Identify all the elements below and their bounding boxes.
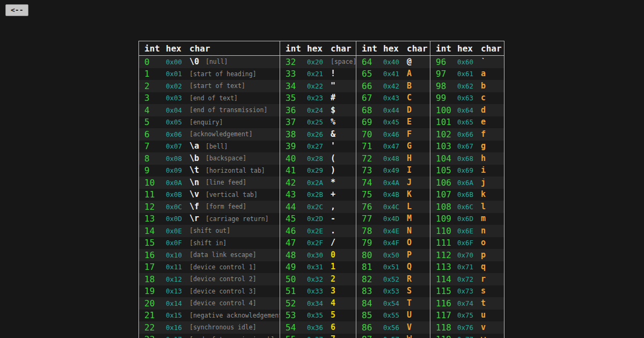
- table-row: 220x16[synchronous idle]: [139, 321, 280, 334]
- hex-value: 0x33: [307, 287, 331, 295]
- char-value: \a: [189, 142, 206, 150]
- hex-value: 0x26: [307, 130, 331, 138]
- hex-value: 0x56: [383, 324, 407, 332]
- char-value: A: [407, 70, 412, 78]
- int-value: 116: [436, 298, 457, 308]
- hex-value: 0x41: [383, 70, 407, 78]
- int-value: 102: [436, 129, 457, 139]
- back-button[interactable]: <--: [5, 4, 28, 16]
- table-row: 480x300: [280, 249, 356, 261]
- hex-value: 0x67: [457, 142, 481, 150]
- hex-value: 0x63: [457, 94, 481, 102]
- char-value: H: [407, 155, 412, 163]
- int-value: 100: [436, 105, 457, 115]
- char-value: I: [407, 166, 412, 174]
- char-cell: *: [331, 179, 356, 187]
- int-value: 77: [362, 214, 383, 224]
- int-value: 41: [286, 165, 307, 175]
- char-cell: I: [407, 166, 430, 174]
- int-value: 82: [362, 274, 383, 284]
- int-value: 111: [436, 238, 457, 248]
- hex-value: 0x23: [307, 94, 331, 102]
- char-value: d: [481, 106, 486, 114]
- int-value: 54: [286, 322, 307, 333]
- char-cell: a: [481, 70, 504, 78]
- char-cell: i: [481, 166, 504, 174]
- char-cell: e: [481, 118, 504, 126]
- char-cell: !: [331, 70, 356, 78]
- int-value: 33: [286, 69, 307, 79]
- int-value: 35: [286, 93, 307, 103]
- int-value: 84: [362, 298, 383, 308]
- char-value: v: [481, 324, 486, 332]
- hex-value: 0x0E: [166, 227, 189, 235]
- hex-value: 0x42: [383, 82, 407, 90]
- table-row: 230x17[end of transmission block]: [139, 334, 280, 338]
- table-row: 210x15[negative acknowledgement]: [139, 310, 280, 322]
- hex-value: 0x31: [307, 263, 331, 271]
- int-value: 1: [144, 69, 166, 79]
- table-row: 1000x64d: [430, 104, 504, 116]
- table-row: 870x57W: [356, 334, 430, 338]
- int-value: 87: [362, 334, 383, 338]
- char-desc: [data link escape]: [189, 251, 257, 259]
- int-value: 68: [362, 105, 383, 115]
- ascii-table-group: inthexchar640x40@650x41A660x42B670x43C68…: [356, 41, 430, 338]
- table-row: 00x00\0[null]: [139, 56, 280, 68]
- char-value: g: [481, 142, 486, 150]
- table-row: 150x0F[shift in]: [139, 237, 280, 249]
- char-cell: ": [331, 82, 356, 90]
- char-cell: [negative acknowledgement]: [189, 312, 280, 319]
- hex-value: 0x4E: [383, 227, 407, 235]
- char-desc: [carriage return]: [206, 215, 269, 223]
- hex-value: 0x73: [457, 287, 481, 295]
- char-cell: [acknowledgement]: [189, 130, 280, 138]
- hex-value: 0x24: [307, 106, 331, 114]
- table-row: 960x60`: [430, 56, 504, 68]
- char-desc: [horizontal tab]: [206, 167, 265, 174]
- hex-value: 0x71: [457, 263, 481, 271]
- int-value: 43: [286, 189, 307, 200]
- char-value: r: [481, 275, 486, 283]
- char-cell: c: [481, 94, 504, 102]
- int-value: 11: [144, 189, 166, 200]
- char-cell: @: [407, 58, 430, 66]
- table-row: 430x2B+: [280, 189, 356, 201]
- table-row: 170x11[device control 1]: [139, 261, 280, 274]
- table-row: 1190x77w: [430, 334, 504, 338]
- char-cell: [enquiry]: [189, 119, 280, 126]
- hex-value: 0x70: [457, 251, 481, 259]
- hex-value: 0x2F: [307, 239, 331, 247]
- char-value: @: [407, 58, 412, 66]
- int-value: 37: [286, 117, 307, 127]
- hex-value: 0x74: [457, 299, 481, 307]
- table-row: 50x05[enquiry]: [139, 116, 280, 129]
- hex-value: 0x12: [166, 275, 189, 283]
- table-row: 90x09\t[horizontal tab]: [139, 165, 280, 177]
- int-value: 46: [286, 226, 307, 236]
- table-row: 380x26&: [280, 128, 356, 141]
- char-desc: [device control 3]: [189, 288, 257, 295]
- table-row: 540x366: [280, 321, 356, 334]
- hex-value: 0x75: [457, 311, 481, 319]
- table-row: 1140x72r: [430, 273, 504, 285]
- table-row: 990x63c: [430, 92, 504, 105]
- char-cell: R: [407, 275, 430, 283]
- char-desc: [negative acknowledgement]: [189, 312, 280, 319]
- char-value: 6: [331, 324, 335, 332]
- char-value: L: [407, 203, 412, 211]
- int-value: 22: [144, 322, 166, 333]
- char-cell: m: [481, 215, 504, 223]
- table-row: 1100x6En: [430, 225, 504, 237]
- int-value: 117: [436, 310, 457, 320]
- header-char-label: char: [407, 43, 430, 54]
- table-row: 640x40@: [356, 56, 430, 68]
- table-row: 200x14[device control 4]: [139, 297, 280, 310]
- hex-value: 0x15: [166, 311, 189, 319]
- hex-value: 0x20: [307, 58, 331, 66]
- char-value: +: [331, 190, 335, 199]
- header-char-label: char: [189, 43, 280, 54]
- hex-value: 0x13: [166, 287, 189, 295]
- char-value: (: [331, 155, 335, 163]
- int-value: 85: [362, 310, 383, 320]
